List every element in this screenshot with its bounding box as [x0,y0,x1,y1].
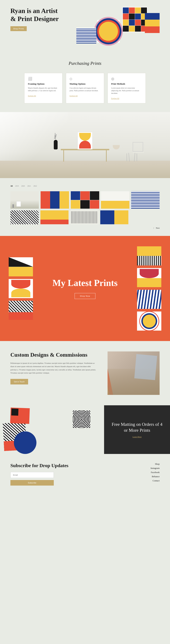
gallery-filters: All 2019 2020 2021 2022 [10,185,160,187]
gallery-item[interactable] [101,191,129,209]
promo-text-area: Free Matting on Orders of 4 or More Prin… [104,405,170,454]
print-methods-title: Print Methods [111,82,142,85]
promo-learn-more[interactable]: Learn More [133,436,142,438]
print-methods-card: ◎ Print Methods Lorem ipsum dolor sit co… [108,73,146,103]
footer-link-behance[interactable]: Behance [152,475,160,478]
footer-link-contact[interactable]: Contact [153,479,160,482]
print-methods-icon: ◎ [111,76,142,81]
hero-print-abstract [145,13,160,33]
banner-title: My Latest Prints [36,278,134,288]
gallery-item[interactable] [40,210,69,224]
email-input[interactable] [10,472,54,478]
matting-icon: ◇ [70,76,100,81]
page-current: 1 [153,227,154,229]
banner-prints-right [134,246,161,330]
promo-section: Free Matting on Orders of 4 or More Prin… [0,405,170,454]
filter-2022[interactable]: 2022 [33,185,37,187]
filter-2021[interactable]: 2021 [27,185,31,187]
purchasing-cards: ⬜ Framing Options Mauris blandit aliquam… [10,73,160,103]
framing-icon: ⬜ [28,76,59,81]
banner-prints-left [9,257,36,320]
matting-link[interactable]: Explore All [70,95,78,97]
framing-card: ⬜ Framing Options Mauris blandit aliquam… [24,73,62,103]
room-photo-section [0,112,170,178]
shop-now-button[interactable]: Shop Now [75,293,96,299]
hero-section: Ryan is an Artist & Print Designer Shop … [0,0,170,52]
framing-title: Framing Options [28,82,59,85]
gallery-item[interactable] [10,191,39,209]
banner-print-1[interactable] [9,257,33,276]
subscribe-title: Subscribe for Drop Updates [10,463,151,468]
banner-print-r2[interactable] [137,268,161,287]
gallery-item[interactable] [10,210,39,224]
custom-section: Custom Designs & Commissions Pellentesqu… [0,341,170,405]
gallery-item[interactable] [71,191,99,209]
footer-section: Subscribe for Drop Updates Subscribe Sho… [0,454,170,494]
matting-title: Matting Options [70,82,100,85]
gallery-item[interactable] [41,191,69,209]
promo-title: Free Matting on Orders of 4 or More Prin… [111,422,163,433]
gallery-item[interactable] [70,210,99,224]
orange-banner-section: My Latest Prints Shop Now [0,236,170,341]
hero-print-stripes [76,28,96,44]
subscribe-area: Subscribe for Drop Updates Subscribe [10,463,151,486]
matting-card: ◇ Matting Options Cras ultricies ligula … [66,73,104,103]
custom-text: Custom Designs & Commissions Pellentesqu… [10,352,97,384]
page-next[interactable]: Next [156,227,160,229]
custom-title: Custom Designs & Commissions [10,352,97,358]
matting-desc: Cras ultricies ligula sed magna dictum p… [70,87,100,92]
footer-nav: Shop Instagram Facebook Behance Contact [151,463,160,482]
filter-2020[interactable]: 2020 [21,185,25,187]
filter-2019[interactable]: 2019 [15,185,19,187]
banner-print-r1[interactable] [137,246,161,266]
banner-print-2[interactable] [9,279,33,298]
banner-print-r3[interactable] [137,290,161,309]
pagination: 1 Next [10,227,160,229]
hero-text-area: Ryan is an Artist & Print Designer Shop … [10,7,62,31]
gallery-item[interactable] [131,191,160,209]
hero-print-geometric [122,7,148,32]
print-methods-desc: Lorem ipsum dolor sit consectetur adipis… [111,87,142,94]
promo-blue-circle [14,431,36,454]
purchasing-title: Purchasing Prints [10,61,160,66]
hero-print-circle [97,20,120,42]
banner-center: My Latest Prints Shop Now [36,278,134,299]
hero-prints-area [76,7,160,45]
gallery-section: All 2019 2020 2021 2022 [0,178,170,236]
purchasing-section: Purchasing Prints ⬜ Framing Options Maur… [0,52,170,112]
framing-link[interactable]: Explore All [28,95,36,97]
get-touch-button[interactable]: Get in Touch [10,379,28,384]
hero-title: Ryan is an Artist & Print Designer [10,7,62,23]
filter-all[interactable]: All [10,185,13,187]
banner-print-3[interactable] [9,301,33,320]
banner-print-r4[interactable] [137,312,161,330]
custom-desc: Pellentesque in ipsum id orci porta dapi… [10,362,97,374]
footer-link-shop[interactable]: Shop [155,463,160,466]
footer-link-instagram[interactable]: Instagram [151,467,160,470]
shop-prints-button[interactable]: Shop Prints [10,26,27,31]
custom-image [108,352,160,395]
gallery-item[interactable] [100,210,129,224]
promo-art-area [0,405,104,454]
subscribe-button[interactable]: Subscribe [10,480,54,486]
print-methods-link[interactable]: Explore All [111,98,119,99]
framing-desc: Mauris blandit aliquam elit, eget tincid… [28,87,59,92]
footer-link-facebook[interactable]: Facebook [151,471,160,474]
